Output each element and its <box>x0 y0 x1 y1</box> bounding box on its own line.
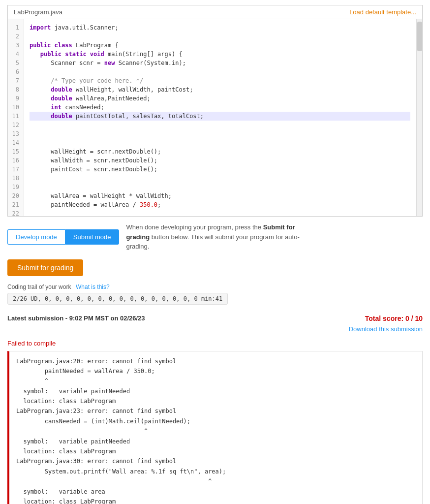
submit-for-grading-button[interactable]: Submit for grading <box>7 259 83 276</box>
scrollbar[interactable] <box>416 19 422 216</box>
coding-trail-label: Coding trail of your work <box>7 284 71 290</box>
mode-section: Develop mode Submit mode When done devel… <box>0 217 430 257</box>
develop-mode-button[interactable]: Develop mode <box>7 229 65 245</box>
submission-section: Latest submission - 9:02 PM MST on 02/26… <box>0 308 430 325</box>
main-container: LabProgram.java Load default template...… <box>0 5 430 504</box>
code-editor: LabProgram.java Load default template...… <box>7 5 423 217</box>
coding-trail-data: 2/26 UD, 0, 0, 0, 0, 0, 0, 0, 0, 0, 0, 0… <box>7 293 228 305</box>
failed-compile-label: Failed to compile <box>7 340 423 347</box>
load-default-link[interactable]: Load default template... <box>349 8 416 16</box>
filename: LabProgram.java <box>14 8 62 16</box>
mode-description: When done developing your program, press… <box>126 222 313 252</box>
line-numbers: 12345 678910 1112131415 1617181920 21222… <box>8 19 24 216</box>
code-content[interactable]: import java.util.Scanner; public class L… <box>24 19 416 216</box>
total-score: Total score: 0 / 10 <box>365 315 423 322</box>
error-box: LabProgram.java:20: error: cannot find s… <box>7 351 423 504</box>
submission-title: Latest submission - 9:02 PM MST on 02/26… <box>7 315 145 322</box>
error-section: Failed to compile LabProgram.java:20: er… <box>0 337 430 504</box>
code-body: 12345 678910 1112131415 1617181920 21222… <box>8 19 422 216</box>
download-submission-link[interactable]: Download this submission <box>0 325 430 337</box>
coding-trail-section: Coding trail of your work What is this? … <box>0 281 430 308</box>
submit-section: Submit for grading <box>0 257 430 281</box>
scrollbar-thumb[interactable] <box>417 22 422 51</box>
code-header: LabProgram.java Load default template... <box>8 5 422 19</box>
what-is-this-link[interactable]: What is this? <box>76 284 110 290</box>
submit-mode-button[interactable]: Submit mode <box>65 229 120 245</box>
error-text: LabProgram.java:20: error: cannot find s… <box>16 358 226 504</box>
mode-description-post: button below. This will submit your prog… <box>126 233 299 251</box>
mode-description-pre: When done developing your program, press… <box>126 223 263 231</box>
